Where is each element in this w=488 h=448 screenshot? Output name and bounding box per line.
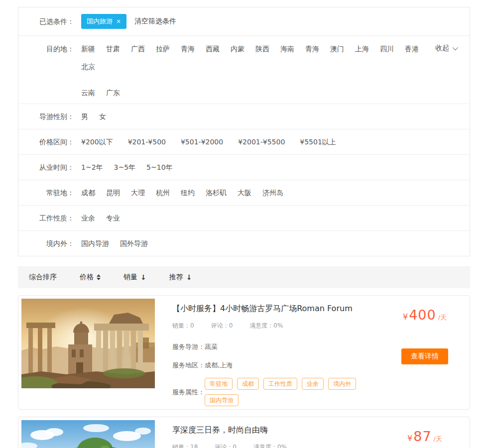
- residence-option[interactable]: 济州岛: [262, 188, 283, 198]
- roman-forum-image[interactable]: [21, 299, 155, 406]
- attribute-tags: 常驻地 成都 工作性质 业余 境内外 国内导游: [205, 378, 383, 406]
- scope-options: 国内导游 国外导游: [81, 238, 148, 248]
- destination-option[interactable]: 海南: [280, 44, 294, 54]
- sort-comprehensive[interactable]: 综合排序: [29, 273, 57, 282]
- sort-down-arrow-icon: [140, 273, 146, 281]
- destination-option[interactable]: 西藏: [206, 44, 220, 54]
- selected-filter-tag[interactable]: 国内旅游 ×: [81, 14, 126, 29]
- service-guide-value: 蔬菜: [205, 342, 218, 351]
- nature-label: 工作性质：: [28, 213, 74, 223]
- price-value: 400: [409, 307, 436, 323]
- destination-option[interactable]: 陕西: [255, 44, 269, 54]
- destination-option[interactable]: 甘肃: [106, 44, 120, 54]
- residence-option[interactable]: 大阪: [238, 188, 251, 198]
- sort-sales[interactable]: 销量: [123, 273, 146, 282]
- destination-label: 目的地：: [28, 44, 74, 54]
- residence-option[interactable]: 杭州: [156, 188, 170, 198]
- service-guide-label: 服务导游：: [172, 342, 205, 351]
- satisfaction-stat: 满意度：0%: [253, 443, 287, 448]
- nature-options: 业余 专业: [81, 213, 120, 223]
- card-content: 【小时服务】4小时畅游古罗马广场Roman Forum 销量：0 评论：0 满意…: [172, 299, 383, 406]
- service-card: 【小时服务】4小时畅游古罗马广场Roman Forum 销量：0 评论：0 满意…: [18, 295, 470, 410]
- sort-recommend[interactable]: 推荐: [169, 273, 192, 282]
- price-options: ¥200以下 ¥201-¥500 ¥501-¥2000 ¥2001-¥5500 …: [81, 137, 336, 147]
- card-price-column: ¥ 87 /天 查看详情: [383, 420, 467, 448]
- scope-label: 境内外：: [28, 238, 74, 248]
- beach-island-image[interactable]: [21, 420, 155, 448]
- sort-sales-label: 销量: [123, 273, 137, 282]
- destination-option[interactable]: 青海: [305, 44, 319, 54]
- service-card: 享深度三日券，时尚自由嗨 销量：18 评论：0 满意度：0% 服务导游： 服务地…: [18, 417, 470, 448]
- destination-option[interactable]: 上海: [355, 44, 369, 54]
- residence-option[interactable]: 洛杉矶: [206, 188, 227, 198]
- residence-option[interactable]: 成都: [81, 188, 95, 198]
- sort-bar: 综合排序 价格 销量 推荐: [18, 266, 470, 288]
- sort-recommend-label: 推荐: [169, 273, 183, 282]
- experience-option[interactable]: 3~5年: [114, 162, 136, 172]
- scope-option[interactable]: 国外导游: [120, 238, 148, 248]
- remove-tag-icon[interactable]: ×: [116, 18, 121, 24]
- service-attrs-label: 服务属性：: [172, 388, 205, 397]
- card-price-column: ¥ 400 /天 查看详情: [383, 299, 467, 406]
- gender-option[interactable]: 男: [81, 112, 88, 121]
- price-unit: /天: [434, 435, 442, 444]
- price: ¥ 87 /天: [407, 429, 442, 444]
- collapse-destinations-link[interactable]: 收起: [435, 44, 457, 53]
- sort-price[interactable]: 价格: [80, 273, 101, 282]
- sort-down-arrow-icon: [186, 273, 192, 281]
- service-area-value: 成都,上海: [205, 361, 233, 370]
- gender-label: 导游性别：: [28, 112, 74, 121]
- satisfaction-stat: 满意度：0%: [249, 322, 283, 330]
- attribute-tag: 常驻地: [205, 378, 233, 390]
- price-option[interactable]: ¥5501以上: [300, 137, 336, 147]
- sort-price-label: 价格: [80, 273, 94, 282]
- selected-conditions-label: 已选条件：: [28, 16, 74, 26]
- residence-option[interactable]: 大理: [131, 188, 145, 198]
- destination-option[interactable]: 澳门: [330, 44, 344, 54]
- filter-row-residence: 常驻地： 成都 昆明 大理 杭州 纽约 洛杉矶 大阪 济州岛: [18, 180, 470, 206]
- residence-options: 成都 昆明 大理 杭州 纽约 洛杉矶 大阪 济州岛: [81, 188, 283, 198]
- price-option[interactable]: ¥2001-¥5500: [238, 137, 285, 147]
- experience-option[interactable]: 5~10年: [146, 162, 172, 172]
- nature-option[interactable]: 专业: [106, 213, 120, 223]
- chevron-down-icon: [453, 45, 458, 50]
- destination-option[interactable]: 青海: [181, 44, 195, 54]
- price-unit: /天: [438, 313, 447, 322]
- experience-option[interactable]: 1~2年: [81, 162, 103, 172]
- destination-option[interactable]: 新疆: [81, 44, 95, 54]
- selected-filter-tag-label: 国内旅游: [87, 17, 113, 26]
- service-title[interactable]: 享深度三日券，时尚自由嗨: [172, 425, 383, 436]
- gender-option[interactable]: 女: [99, 112, 106, 121]
- residence-option[interactable]: 昆明: [106, 188, 120, 198]
- service-area-label: 服务地区：: [172, 361, 205, 370]
- destination-option[interactable]: 北京: [81, 62, 95, 72]
- price-option[interactable]: ¥501-¥2000: [181, 137, 223, 147]
- destination-option[interactable]: 香港: [405, 44, 419, 54]
- destination-option[interactable]: 四川: [380, 44, 394, 54]
- destination-option[interactable]: 拉萨: [156, 44, 170, 54]
- clear-filters-link[interactable]: 清空筛选条件: [134, 17, 176, 26]
- sales-stat: 销量：18: [172, 443, 198, 448]
- destination-option[interactable]: 内蒙: [231, 44, 244, 54]
- nature-option[interactable]: 业余: [81, 213, 95, 223]
- card-content: 享深度三日券，时尚自由嗨 销量：18 评论：0 满意度：0% 服务导游： 服务地…: [172, 420, 383, 448]
- destination-option[interactable]: 广西: [131, 44, 145, 54]
- residence-option[interactable]: 纽约: [181, 188, 195, 198]
- scope-option[interactable]: 国内导游: [81, 238, 109, 248]
- selected-conditions-row: 已选条件： 国内旅游 × 清空筛选条件: [18, 7, 470, 36]
- destination-option[interactable]: 云南: [81, 88, 95, 98]
- experience-options: 1~2年 3~5年 5~10年: [81, 162, 173, 172]
- attribute-tag: 境内外: [328, 378, 356, 390]
- service-stats: 销量：0 评论：0 满意度：0%: [172, 322, 383, 330]
- price: ¥ 400 /天: [403, 307, 447, 323]
- price-option[interactable]: ¥200以下: [81, 137, 113, 147]
- service-guide-row: 服务导游： 蔬菜: [172, 341, 383, 353]
- experience-label: 从业时间：: [28, 162, 74, 172]
- filter-row-gender: 导游性别： 男 女: [18, 104, 470, 129]
- destination-option[interactable]: 广东: [106, 88, 120, 98]
- price-option[interactable]: ¥201-¥500: [128, 137, 166, 147]
- service-title[interactable]: 【小时服务】4小时畅游古罗马广场Roman Forum: [172, 303, 383, 314]
- view-details-button[interactable]: 查看详情: [401, 348, 448, 364]
- results-page: 已选条件： 国内旅游 × 清空筛选条件 目的地： 新疆 甘肃 广西 拉萨 青海 …: [0, 0, 488, 448]
- filter-row-experience: 从业时间： 1~2年 3~5年 5~10年: [18, 155, 470, 180]
